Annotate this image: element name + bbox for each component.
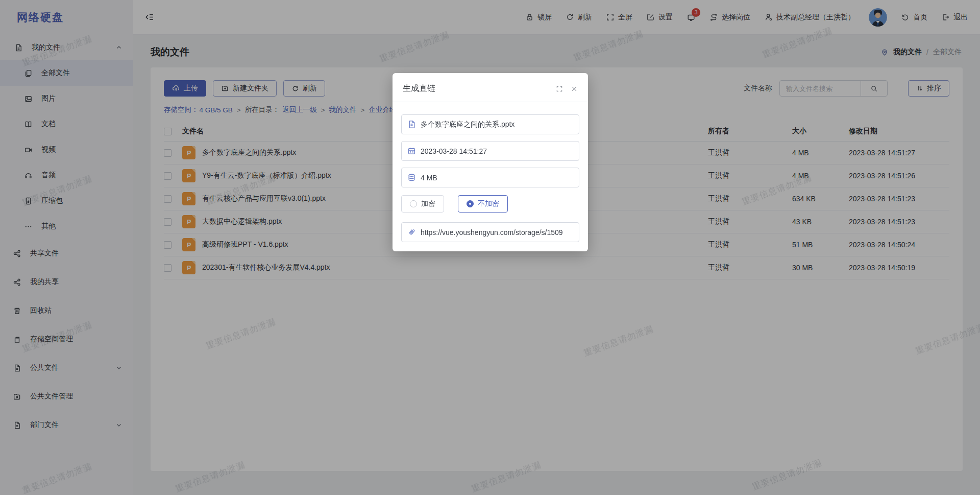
encryption-options: 加密 不加密 <box>401 195 579 213</box>
modal-header: 生成直链 <box>393 73 588 102</box>
link-size-field[interactable]: 4 MB <box>401 168 579 187</box>
encrypt-radio-option[interactable]: 加密 <box>401 195 444 213</box>
direct-link-field[interactable]: https://vue.youshengyun.com/storage/s/15… <box>401 222 579 242</box>
radio-unselected-icon <box>410 200 417 207</box>
modal-body: 多个数字底座之间的关系.pptx 2023-03-28 14:51:27 4 M… <box>393 102 588 242</box>
no-encrypt-option-label: 不加密 <box>478 199 499 208</box>
calendar-icon <box>407 147 416 155</box>
document-icon <box>407 120 416 129</box>
direct-link-url: https://vue.youshengyun.com/storage/s/15… <box>421 228 563 237</box>
modal-close-icon[interactable] <box>571 85 578 92</box>
link-file-name-field[interactable]: 多个数字底座之间的关系.pptx <box>401 114 579 134</box>
database-icon <box>407 173 416 182</box>
link-size: 4 MB <box>421 174 437 182</box>
no-encrypt-radio-option[interactable]: 不加密 <box>458 195 508 213</box>
encrypt-option-label: 加密 <box>421 199 435 208</box>
paperclip-icon <box>407 228 416 237</box>
link-date-field[interactable]: 2023-03-28 14:51:27 <box>401 141 579 161</box>
radio-selected-icon <box>467 200 474 207</box>
modal-maximize-icon[interactable] <box>556 85 563 92</box>
modal-title: 生成直链 <box>403 83 435 94</box>
link-file-name: 多个数字底座之间的关系.pptx <box>421 120 514 129</box>
link-date: 2023-03-28 14:51:27 <box>421 147 487 155</box>
modal-tools <box>556 85 578 92</box>
generate-direct-link-modal: 生成直链 多个数字底座之间的关系.pptx 2023-03-28 14:51:2… <box>393 73 588 251</box>
